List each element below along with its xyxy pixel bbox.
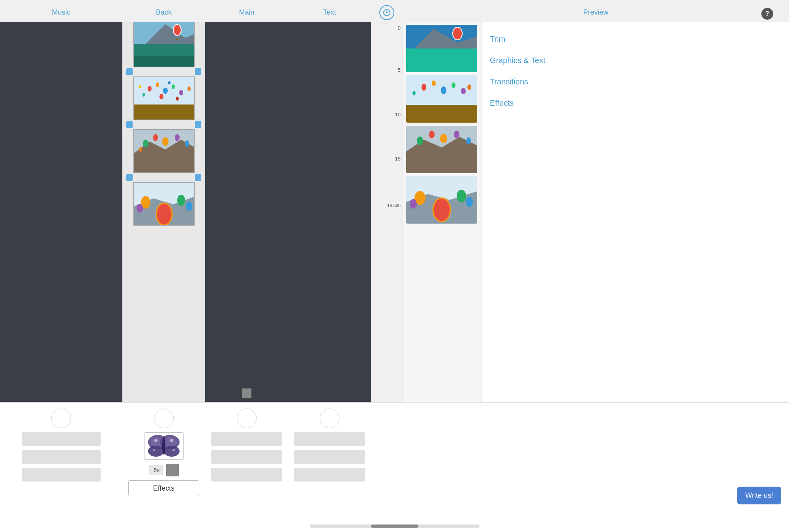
preview-panel bbox=[403, 22, 482, 402]
timeline-ruler: 0 5 10 15 18.500 bbox=[371, 22, 403, 402]
svg-point-53 bbox=[432, 80, 436, 86]
help-button[interactable]: ? bbox=[761, 8, 773, 20]
svg-rect-45 bbox=[406, 49, 477, 72]
back-handle-right-1[interactable] bbox=[195, 68, 201, 75]
butterfly-box[interactable] bbox=[144, 432, 184, 460]
svg-point-65 bbox=[454, 131, 459, 138]
svg-point-83 bbox=[154, 439, 157, 442]
svg-point-15 bbox=[156, 82, 159, 87]
preview-thumb-1[interactable] bbox=[406, 25, 477, 72]
svg-point-30 bbox=[162, 137, 169, 146]
svg-point-22 bbox=[139, 85, 141, 88]
bottom-bar-text-1 bbox=[294, 432, 365, 446]
ruler-10: 10 bbox=[381, 112, 401, 118]
scroll-dot bbox=[242, 388, 251, 398]
back-handle-right-3[interactable] bbox=[195, 174, 201, 181]
bottom-circle-music bbox=[51, 409, 71, 428]
svg-point-29 bbox=[153, 134, 158, 141]
svg-point-32 bbox=[185, 140, 189, 147]
bottom-circle-text bbox=[320, 409, 339, 428]
bottom-bar-main-2 bbox=[211, 450, 282, 464]
back-handle-left-3[interactable] bbox=[126, 174, 133, 181]
svg-point-20 bbox=[187, 86, 191, 91]
preview-thumb-4[interactable] bbox=[406, 176, 477, 224]
preview-label: Preview bbox=[583, 8, 608, 16]
bottom-bar-main-1 bbox=[211, 432, 282, 446]
svg-point-64 bbox=[440, 134, 447, 143]
graphics-text-button[interactable]: Graphics & Text bbox=[490, 55, 781, 66]
svg-point-52 bbox=[422, 84, 426, 91]
bottom-main-col bbox=[205, 409, 288, 516]
bottom-bar-main-3 bbox=[211, 468, 282, 482]
svg-point-2 bbox=[386, 12, 388, 13]
back-track-label: Back bbox=[156, 8, 172, 16]
back-handle-left-2[interactable] bbox=[126, 121, 133, 128]
bottom-bar-music-1 bbox=[22, 432, 101, 446]
back-thumb-4 bbox=[134, 183, 194, 225]
text-track bbox=[288, 22, 371, 402]
preview-thumb-2[interactable] bbox=[406, 75, 477, 123]
music-track-label: Music bbox=[52, 8, 70, 16]
svg-point-73 bbox=[457, 190, 466, 202]
svg-point-40 bbox=[177, 195, 185, 206]
bottom-bar-text-3 bbox=[294, 468, 365, 482]
bottom-circle-back bbox=[154, 409, 174, 428]
back-thumb-1 bbox=[134, 22, 194, 67]
svg-point-56 bbox=[461, 88, 466, 94]
trim-button[interactable]: Trim bbox=[490, 34, 781, 45]
ruler-5: 5 bbox=[381, 67, 401, 73]
svg-rect-51 bbox=[406, 105, 477, 123]
svg-point-21 bbox=[159, 94, 163, 99]
preview-thumb-3[interactable] bbox=[406, 126, 477, 173]
svg-point-31 bbox=[175, 134, 180, 141]
svg-point-23 bbox=[168, 81, 171, 84]
svg-point-17 bbox=[172, 84, 175, 89]
bottom-text-col bbox=[288, 409, 371, 516]
tools-panel: Trim Graphics & Text Transitions Effects bbox=[482, 22, 789, 402]
ruler-bottom-spacer bbox=[371, 409, 403, 516]
bottom-back-col: .5s Effects bbox=[122, 409, 205, 516]
svg-point-24 bbox=[176, 97, 179, 101]
svg-point-82 bbox=[162, 437, 165, 455]
svg-point-74 bbox=[410, 199, 417, 209]
effects-button[interactable]: Effects bbox=[128, 480, 199, 496]
svg-point-41 bbox=[137, 204, 143, 213]
svg-point-33 bbox=[139, 147, 142, 152]
text-track-label: Text bbox=[323, 8, 336, 16]
bottom-bar-music-3 bbox=[22, 468, 101, 482]
time-badge: .5s bbox=[149, 465, 163, 475]
svg-point-85 bbox=[153, 449, 155, 451]
svg-rect-9 bbox=[176, 39, 178, 40]
back-handle-right-2[interactable] bbox=[195, 121, 201, 128]
svg-rect-13 bbox=[134, 105, 195, 120]
ruler-15: 15 bbox=[381, 156, 401, 162]
svg-point-55 bbox=[452, 82, 455, 88]
svg-point-28 bbox=[143, 140, 148, 147]
write-us-button[interactable]: Write us! bbox=[737, 487, 781, 504]
scrollbar-container bbox=[0, 522, 789, 530]
svg-point-78 bbox=[148, 446, 164, 457]
svg-point-19 bbox=[142, 93, 145, 97]
svg-point-75 bbox=[466, 197, 473, 207]
bottom-circle-main bbox=[237, 409, 257, 428]
bottom-bar-text-2 bbox=[294, 450, 365, 464]
scrollbar-track bbox=[310, 525, 480, 528]
timeline-control-icon[interactable] bbox=[379, 5, 394, 20]
svg-point-57 bbox=[412, 91, 416, 95]
svg-point-84 bbox=[170, 439, 173, 442]
back-handle-left-1[interactable] bbox=[126, 68, 133, 75]
svg-point-63 bbox=[429, 131, 435, 138]
svg-point-54 bbox=[441, 86, 446, 94]
svg-point-16 bbox=[163, 88, 168, 94]
svg-point-62 bbox=[417, 136, 423, 145]
ruler-0: 0 bbox=[381, 25, 401, 31]
effects-tools-button[interactable]: Effects bbox=[490, 97, 781, 109]
back-thumb-3 bbox=[134, 130, 194, 172]
svg-point-42 bbox=[186, 202, 192, 211]
bottom-music-col bbox=[0, 409, 122, 516]
transitions-button[interactable]: Transitions bbox=[490, 76, 781, 88]
svg-rect-10 bbox=[134, 44, 194, 56]
main-track-label: Main bbox=[239, 8, 254, 16]
scrollbar-thumb[interactable] bbox=[371, 525, 418, 528]
music-track bbox=[0, 22, 122, 402]
